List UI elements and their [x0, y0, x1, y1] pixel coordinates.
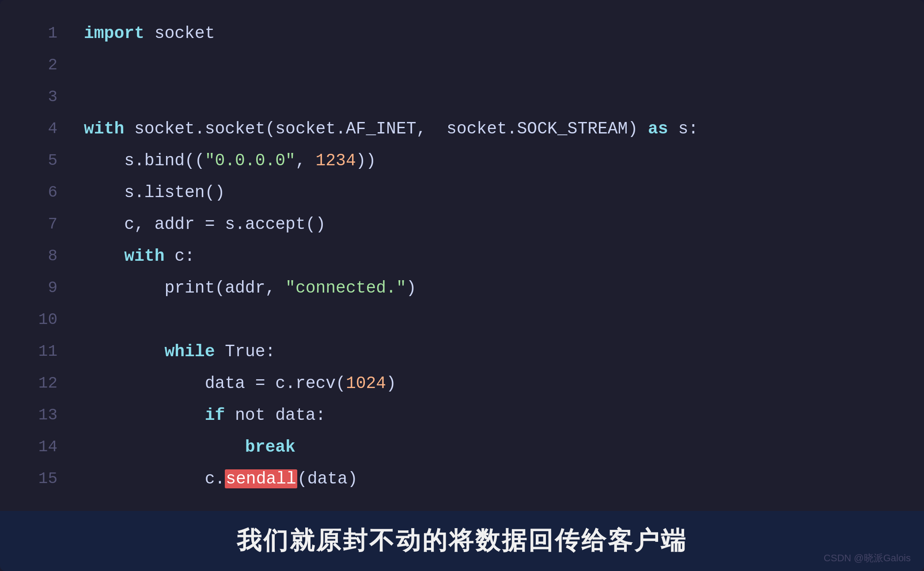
code-line-4: 4 with socket.socket(socket.AF_INET, soc… [27, 113, 897, 145]
line-number-2: 2 [27, 49, 57, 81]
code-line-14: 14 break [27, 431, 897, 463]
code-line-2: 2 [27, 49, 897, 81]
code-content-7: c, addr = s.accept() [84, 209, 326, 240]
line-number-15: 15 [27, 463, 57, 495]
line-number-3: 3 [27, 81, 57, 113]
line-number-8: 8 [27, 240, 57, 272]
line-number-4: 4 [27, 113, 57, 145]
main-container: 1 import socket 2 3 4 with socket.socket… [0, 0, 924, 571]
subtitle-bar: 我们就原封不动的将数据回传给客户端 [0, 511, 924, 571]
code-line-13: 13 if not data: [27, 400, 897, 431]
line-number-12: 12 [27, 368, 57, 400]
line-number-5: 5 [27, 145, 57, 177]
code-content-15: c.sendall(data) [84, 463, 358, 495]
code-line-6: 6 s.listen() [27, 177, 897, 209]
code-line-8: 8 with c: [27, 240, 897, 272]
watermark: CSDN @晓派Galois [824, 552, 911, 565]
code-line-11: 11 while True: [27, 336, 897, 368]
code-content-5: s.bind(("0.0.0.0", 1234)) [84, 145, 376, 177]
code-content-11: while True: [84, 336, 275, 368]
line-number-6: 6 [27, 177, 57, 209]
code-line-7: 7 c, addr = s.accept() [27, 209, 897, 240]
line-number-9: 9 [27, 272, 57, 304]
code-content-13: if not data: [84, 400, 326, 431]
line-number-1: 1 [27, 18, 57, 49]
code-content-4: with socket.socket(socket.AF_INET, socke… [84, 113, 698, 145]
code-content-14: break [84, 431, 295, 463]
code-line-10: 10 [27, 304, 897, 336]
code-line-3: 3 [27, 81, 897, 113]
code-content-8: with c: [84, 240, 195, 272]
code-line-12: 12 data = c.recv(1024) [27, 368, 897, 400]
code-content-1: import socket [84, 18, 215, 49]
code-line-9: 9 print(addr, "connected.") [27, 272, 897, 304]
line-number-14: 14 [27, 431, 57, 463]
code-content-12: data = c.recv(1024) [84, 368, 396, 400]
code-area: 1 import socket 2 3 4 with socket.socket… [0, 0, 924, 511]
code-line-5: 5 s.bind(("0.0.0.0", 1234)) [27, 145, 897, 177]
code-line-15: 15 c.sendall(data) [27, 463, 897, 495]
line-number-11: 11 [27, 336, 57, 368]
code-content-9: print(addr, "connected.") [84, 272, 417, 304]
code-line-1: 1 import socket [27, 18, 897, 49]
code-content-6: s.listen() [84, 177, 225, 209]
line-number-13: 13 [27, 400, 57, 431]
line-number-10: 10 [27, 304, 57, 336]
subtitle-text: 我们就原封不动的将数据回传给客户端 [237, 526, 687, 554]
line-number-7: 7 [27, 209, 57, 240]
